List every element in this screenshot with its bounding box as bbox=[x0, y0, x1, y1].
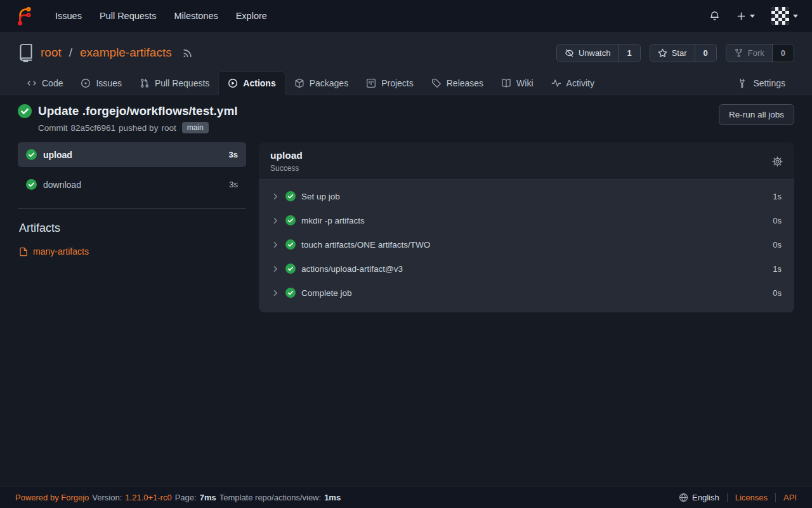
chevron-right-icon bbox=[272, 265, 280, 273]
job-duration: 3s bbox=[229, 150, 238, 159]
repo-name-link[interactable]: example-artifacts bbox=[80, 46, 172, 60]
tab-activity[interactable]: Activity bbox=[542, 72, 603, 95]
artifact-name: many-artifacts bbox=[33, 246, 89, 257]
nav-pull-requests[interactable]: Pull Requests bbox=[91, 6, 165, 26]
page-footer: Powered by Forgejo Version: 1.21.0+1-rc0… bbox=[0, 486, 812, 508]
create-new-button[interactable] bbox=[737, 11, 755, 21]
footer-right: English Licenses API bbox=[671, 493, 797, 502]
forgejo-logo[interactable] bbox=[14, 6, 34, 26]
star-button[interactable]: Star bbox=[650, 44, 695, 62]
repo-tabs: Code Issues Pull Requests Actions P bbox=[18, 71, 794, 95]
tab-pull-requests[interactable]: Pull Requests bbox=[131, 72, 218, 95]
tab-packages[interactable]: Packages bbox=[285, 72, 357, 95]
pulse-icon bbox=[551, 78, 561, 88]
step-row-setup-job[interactable]: Set up job 1s bbox=[259, 184, 794, 208]
caret-down-icon bbox=[750, 15, 755, 18]
artifacts-heading: Artifacts bbox=[19, 222, 246, 235]
repo-owner-link[interactable]: root bbox=[41, 46, 62, 60]
job-name: upload bbox=[43, 150, 72, 160]
step-row-mkdir[interactable]: mkdir -p artifacts 0s bbox=[259, 208, 794, 232]
job-item-upload[interactable]: upload 3s bbox=[18, 142, 246, 167]
sidebar-divider bbox=[18, 208, 246, 209]
tab-settings[interactable]: Settings bbox=[729, 72, 794, 95]
notifications-button[interactable] bbox=[709, 11, 720, 22]
repo-action-buttons: Unwatch 1 Star 0 bbox=[556, 44, 794, 62]
step-duration: 1s bbox=[773, 192, 782, 201]
repo-separator: / bbox=[69, 46, 72, 60]
globe-icon bbox=[679, 493, 688, 502]
footer-left: Powered by Forgejo Version: 1.21.0+1-rc0… bbox=[15, 493, 341, 502]
tab-projects[interactable]: Projects bbox=[357, 72, 422, 95]
licenses-link[interactable]: Licenses bbox=[727, 493, 775, 502]
template-time-value: 1ms bbox=[324, 493, 341, 502]
navbar-right bbox=[709, 7, 798, 25]
step-row-upload-artifact[interactable]: actions/upload-artifact@v3 1s bbox=[259, 257, 794, 281]
language-selector[interactable]: English bbox=[671, 493, 727, 502]
bell-icon bbox=[709, 11, 720, 22]
watchers-count[interactable]: 1 bbox=[618, 44, 639, 62]
check-circle-icon bbox=[285, 191, 296, 201]
issue-icon bbox=[81, 78, 91, 88]
step-name: actions/upload-artifact@v3 bbox=[301, 264, 403, 274]
step-row-touch[interactable]: touch artifacts/ONE artifacts/TWO 0s bbox=[259, 232, 794, 257]
artifact-link-many-artifacts[interactable]: many-artifacts bbox=[19, 246, 246, 257]
tab-wiki-label: Wiki bbox=[516, 78, 533, 88]
tab-releases[interactable]: Releases bbox=[422, 72, 492, 95]
job-options-button[interactable] bbox=[772, 156, 783, 167]
job-item-download[interactable]: download 3s bbox=[18, 172, 246, 197]
tab-actions[interactable]: Actions bbox=[218, 71, 285, 95]
repo-book-icon bbox=[18, 43, 34, 62]
tab-wiki[interactable]: Wiki bbox=[492, 72, 542, 95]
unwatch-button[interactable]: Unwatch bbox=[557, 44, 619, 62]
job-panel-titles: upload Success bbox=[270, 150, 303, 173]
step-row-complete-job[interactable]: Complete job 0s bbox=[259, 281, 794, 305]
tab-projects-label: Projects bbox=[381, 78, 414, 88]
package-icon bbox=[294, 78, 304, 88]
book-icon bbox=[501, 78, 511, 88]
step-name: Set up job bbox=[301, 192, 340, 201]
actions-run-view: Update .forgejo/workflows/test.yml Commi… bbox=[0, 95, 812, 486]
fork-button[interactable]: Fork bbox=[726, 44, 772, 62]
job-duration: 3s bbox=[229, 180, 238, 189]
commit-sha-link[interactable]: 82a5cf6961 bbox=[71, 123, 116, 133]
tab-packages-label: Packages bbox=[310, 78, 348, 88]
tab-issues-label: Issues bbox=[96, 78, 121, 88]
job-steps-list: Set up job 1s mkdir -p artifacts 0s touc… bbox=[259, 180, 794, 312]
check-circle-icon bbox=[285, 239, 296, 250]
powered-by-link[interactable]: Powered by Forgejo bbox=[15, 493, 89, 502]
check-circle-icon bbox=[285, 288, 296, 298]
nav-issues[interactable]: Issues bbox=[46, 6, 91, 26]
fork-icon bbox=[734, 48, 743, 58]
tab-code-label: Code bbox=[42, 78, 63, 88]
play-circle-icon bbox=[228, 78, 238, 88]
branch-badge[interactable]: main bbox=[182, 122, 209, 133]
stars-count[interactable]: 0 bbox=[695, 44, 716, 62]
rss-button[interactable] bbox=[182, 48, 193, 58]
nav-explore[interactable]: Explore bbox=[227, 6, 276, 26]
rss-icon bbox=[182, 48, 193, 58]
star-label: Star bbox=[672, 48, 687, 58]
rerun-all-jobs-button[interactable]: Re-run all jobs bbox=[719, 104, 794, 125]
language-label: English bbox=[692, 493, 719, 502]
check-circle-icon bbox=[26, 179, 37, 190]
run-meta: Commit 82a5cf6961 pushed by root main bbox=[38, 122, 238, 133]
step-duration: 1s bbox=[773, 264, 782, 274]
tab-code[interactable]: Code bbox=[18, 72, 72, 95]
version-link[interactable]: 1.21.0+1-rc0 bbox=[125, 493, 171, 502]
profile-button[interactable] bbox=[771, 7, 798, 25]
tab-issues[interactable]: Issues bbox=[72, 72, 130, 95]
gear-icon bbox=[772, 156, 783, 167]
chevron-right-icon bbox=[272, 289, 280, 297]
wrench-icon bbox=[738, 78, 748, 88]
forks-count[interactable]: 0 bbox=[772, 44, 794, 62]
api-link[interactable]: API bbox=[775, 493, 797, 502]
job-panel-header: upload Success bbox=[259, 142, 794, 180]
caret-down-icon bbox=[793, 15, 798, 18]
watch-button-group: Unwatch 1 bbox=[556, 44, 641, 62]
tab-activity-label: Activity bbox=[566, 78, 594, 88]
job-detail-panel: upload Success Set up job 1s bbox=[259, 142, 794, 312]
run-title: Update .forgejo/workflows/test.yml bbox=[38, 104, 238, 118]
panel-job-name: upload bbox=[270, 150, 303, 161]
pusher-link[interactable]: root bbox=[161, 123, 176, 133]
nav-milestones[interactable]: Milestones bbox=[165, 6, 226, 26]
